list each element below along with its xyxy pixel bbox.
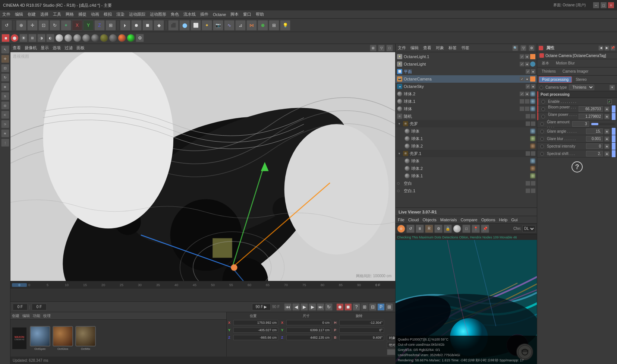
prop-glangle-radio[interactable] <box>540 130 544 133</box>
obj-eye10[interactable] <box>531 121 535 126</box>
material-octspec[interactable] <box>30 326 50 346</box>
menu-mesh[interactable]: 网格 <box>66 12 74 17</box>
lp-tool3[interactable]: ◎ <box>1 101 9 110</box>
path-button[interactable]: P <box>377 303 385 311</box>
objmgr-tab-bookmarks[interactable]: 书签 <box>461 45 469 51</box>
add-tool[interactable]: + <box>61 20 71 31</box>
obj-mat-s1b[interactable] <box>530 173 535 178</box>
objmgr-search-btn[interactable]: 🔍 <box>512 45 518 51</box>
tab-function[interactable]: 功能 <box>33 313 40 319</box>
go-end-button[interactable]: ⏭ <box>317 303 324 311</box>
group-expand[interactable]: ▼ <box>397 121 402 126</box>
material-octglos[interactable] <box>53 326 73 346</box>
obj-tag1[interactable] <box>530 54 535 59</box>
prev-frame-button[interactable]: ◀ <box>292 303 300 311</box>
obj-tag4[interactable] <box>530 76 535 82</box>
cylinder-icon[interactable]: ⬜ <box>191 20 201 31</box>
vp-tab-display[interactable]: 显示 <box>41 45 49 51</box>
lv-menu-file[interactable]: File <box>398 218 404 222</box>
pos-x-input[interactable] <box>233 320 278 325</box>
objmgr-tab-edit[interactable]: 编辑 <box>410 45 419 51</box>
lv-reset-btn[interactable]: R <box>425 225 433 233</box>
obj-vis12[interactable] <box>526 181 530 186</box>
objmgr-filter-btn[interactable]: ▽ <box>520 45 526 51</box>
vp-tab-filter[interactable]: 过滤 <box>64 45 73 51</box>
tab-post-processing[interactable]: Post processing <box>539 76 572 83</box>
lv-pin-btn[interactable]: 📍 <box>472 225 480 233</box>
obj-random[interactable]: R 随机 <box>396 113 537 120</box>
y-axis[interactable]: Y <box>83 20 94 31</box>
obj-mat7[interactable] <box>530 99 535 104</box>
prop-bloom-up[interactable]: ▲ <box>604 107 610 112</box>
tb2-btn2[interactable]: ⬤ <box>10 34 19 42</box>
x-axis[interactable]: X <box>72 20 82 31</box>
obj-vis6[interactable]: ✓ <box>520 92 524 96</box>
objmgr-settings-btn[interactable]: ⚙ <box>529 45 535 51</box>
tb2-green-sphere[interactable] <box>127 34 135 42</box>
tab-motion-blur[interactable]: Motion Blur <box>553 60 578 66</box>
obj-vis11[interactable] <box>526 151 530 156</box>
maximize-button[interactable]: □ <box>601 2 607 8</box>
obj-tag2[interactable] <box>530 61 535 67</box>
spline-icon[interactable]: ∿ <box>224 20 234 31</box>
lv-menu-compare[interactable]: Compare <box>460 218 477 222</box>
props-mode2[interactable]: ▶ <box>604 45 610 51</box>
menu-plugins[interactable]: 插件 <box>200 12 208 17</box>
tab-camera-imager[interactable]: Camera Imager <box>560 69 591 74</box>
rot-h-input[interactable] <box>339 320 384 325</box>
field-icon[interactable]: ⊗ <box>258 20 268 31</box>
prop-glamount-input[interactable] <box>572 121 589 127</box>
obj-sphere2[interactable]: 球体.2 ✓ ● <box>396 90 537 98</box>
tb2-gear-icon[interactable]: ⚙ <box>136 34 144 42</box>
prop-bloom-radio[interactable] <box>541 107 545 111</box>
loop-button[interactable]: ↻ <box>325 303 333 311</box>
rot-b-input[interactable] <box>339 335 384 340</box>
camera-icon-tb[interactable]: 📷 <box>213 20 223 31</box>
pos-y-input[interactable] <box>233 327 278 333</box>
obj-vis5[interactable]: ✓ <box>526 84 530 89</box>
obj-eye5[interactable]: ● <box>531 84 535 89</box>
obj-vis13[interactable] <box>526 189 530 193</box>
vp-btn2[interactable]: ▽ <box>378 45 385 51</box>
prop-glblur-input[interactable] <box>586 136 603 142</box>
menu-help[interactable]: 帮助 <box>256 12 264 17</box>
obj-vis4[interactable]: ✓ <box>520 77 524 81</box>
lp-tool1[interactable]: ⊕ <box>1 83 9 91</box>
rotate-tool[interactable]: ↻ <box>50 20 60 31</box>
obj-eye9[interactable] <box>531 114 535 118</box>
cube-icon[interactable]: ⬛ <box>168 20 179 31</box>
obj-empty[interactable]: ⬡ 空白 <box>396 180 537 187</box>
menu-simulate[interactable]: 模拟 <box>104 12 112 17</box>
lp-rotate[interactable]: ↻ <box>1 73 9 82</box>
object-btn[interactable]: ⊞ <box>106 20 116 31</box>
menu-character[interactable]: 角色 <box>171 12 179 17</box>
stop-button[interactable]: ⏹ <box>344 303 352 311</box>
lp-tool7[interactable]: ⋮ <box>1 139 9 147</box>
help-icon[interactable]: ? <box>572 161 583 172</box>
prop-spint-radio[interactable] <box>540 145 544 148</box>
tab-texture[interactable]: 纹理 <box>43 313 51 319</box>
frame-input-current[interactable] <box>32 304 47 310</box>
z-axis-btn[interactable]: Z <box>94 20 105 31</box>
prop-spshift-up[interactable]: ▲ <box>604 151 610 156</box>
objmgr-tab-file[interactable]: 文件 <box>398 45 406 51</box>
tab-thinlens[interactable]: Thinlens <box>539 69 559 74</box>
lv-menu-objects[interactable]: Objects <box>422 218 436 222</box>
prop-glare-input[interactable] <box>579 114 603 119</box>
lv-menu-options[interactable]: Options <box>481 218 495 222</box>
menu-snap[interactable]: 捕捉 <box>78 12 86 17</box>
obj-octanecamera[interactable]: 📷 OctaneCamera ✓ ● <box>396 75 537 83</box>
obj-shelluo-sphere1[interactable]: 球体 <box>396 127 537 135</box>
prop-glare-radio[interactable] <box>541 115 545 118</box>
tb2-btn3[interactable]: ☀ <box>19 34 28 42</box>
prop-glblur-up[interactable]: ▲ <box>604 136 610 142</box>
prop-spint-up[interactable]: ▲ <box>604 144 610 149</box>
scale-tool[interactable]: ⊡ <box>38 20 49 31</box>
tb2-sphere3[interactable] <box>73 34 81 42</box>
light-icon-tb[interactable]: ✦ <box>202 20 212 31</box>
obj-mat6[interactable] <box>530 91 535 96</box>
prop-bloom-input[interactable] <box>579 106 603 112</box>
tb2-sphere5[interactable] <box>91 34 99 42</box>
obj-mat-s2a[interactable] <box>530 166 535 171</box>
menu-octane[interactable]: Octane <box>213 12 226 17</box>
